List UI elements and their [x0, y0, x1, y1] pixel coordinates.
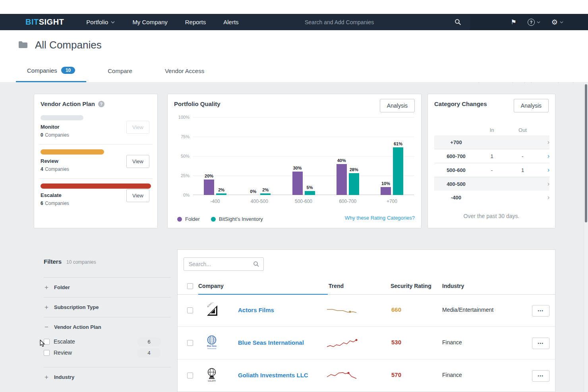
help-icon[interactable]: ?: [98, 101, 104, 107]
x-tick: -400: [193, 195, 237, 204]
table-body: actors films Actors Films 660 Media/Ente…: [178, 294, 555, 392]
chevron-right-icon: ›: [540, 181, 549, 187]
vap-review-item: Review 4 Companies View: [39, 144, 153, 178]
row-checkbox[interactable]: [187, 307, 193, 313]
column-trend[interactable]: Trend: [329, 283, 344, 289]
review-checkbox[interactable]: [44, 350, 50, 356]
bitsight-logo[interactable]: BITSIGHT: [25, 17, 64, 27]
portfolio-quality-analysis-button[interactable]: Analysis: [380, 99, 415, 112]
nav-alerts-label: Alerts: [223, 19, 238, 25]
filters-title: Filters: [44, 258, 62, 265]
chevron-right-icon: ›: [540, 167, 549, 173]
filter-option-review[interactable]: Review 4: [44, 347, 171, 358]
industry-value: Media/Entertainment: [442, 307, 493, 313]
category-row-400-500[interactable]: 400-500 ›: [434, 177, 549, 191]
escalate-bar: [41, 183, 151, 189]
chevron-down-icon: [537, 21, 540, 23]
rating-categories-link[interactable]: Why these Rating Categories?: [345, 215, 415, 221]
escalate-view-button[interactable]: View: [126, 189, 149, 202]
filter-group-folder-toggle[interactable]: + Folder: [44, 284, 171, 291]
category-changes-analysis-button[interactable]: Analysis: [514, 99, 549, 112]
y-tick: 0%: [183, 193, 190, 197]
scrollbar-thumb[interactable]: [585, 84, 587, 222]
search-icon[interactable]: [253, 261, 259, 267]
trend-sparkline: [325, 305, 359, 317]
inventory-legend-dot: [211, 217, 216, 222]
global-search-input[interactable]: [300, 19, 455, 26]
chart-group: 10% 61%: [370, 117, 414, 195]
monitor-bar: [41, 115, 83, 120]
settings-menu-button[interactable]: ⚙: [551, 18, 563, 27]
nav-my-company[interactable]: My Company: [132, 19, 167, 25]
category-row-600-700[interactable]: 600-700 1 - ›: [434, 149, 549, 163]
bar-value-label: 2%: [262, 187, 269, 192]
monitor-view-button[interactable]: View: [126, 121, 149, 134]
bar-value-label: 28%: [350, 167, 358, 172]
row-actions-button[interactable]: •••: [532, 338, 549, 349]
row-actions-button[interactable]: •••: [532, 305, 549, 317]
nav-alerts[interactable]: Alerts: [223, 19, 238, 25]
search-icon[interactable]: [455, 19, 461, 25]
inventory-bar: [393, 147, 403, 195]
filter-group-vap-toggle[interactable]: − Vendor Action Plan: [44, 324, 171, 330]
industry-value: Finance: [442, 339, 462, 346]
company-link[interactable]: Blue Seas International: [238, 339, 304, 346]
row-checkbox[interactable]: [187, 373, 193, 378]
filter-group-industry-toggle[interactable]: + Industry: [44, 374, 171, 380]
row-checkbox[interactable]: [187, 340, 193, 346]
portfolio-quality-chart: 100% 75% 50% 25% 0% 20% 2% 0% 2% 30% 5%: [193, 117, 414, 195]
tab-companies-label: Companies: [27, 67, 57, 74]
legend-folder-label: Folder: [185, 216, 200, 222]
row-actions-button[interactable]: •••: [532, 370, 549, 382]
category-row-500-600[interactable]: 500-600 - 1 ›: [434, 163, 549, 177]
vap-escalate-item: Escalate 6 Companies View: [39, 178, 153, 212]
review-count-suffix: Companies: [45, 166, 69, 172]
folder-bar: [292, 172, 303, 195]
tab-compare[interactable]: Compare: [97, 60, 143, 82]
portfolio-quality-card: Portfolio Quality Analysis 100% 75% 50% …: [167, 94, 422, 228]
plus-icon: +: [44, 304, 49, 311]
primary-nav: Portfolio My Company Reports Alerts: [86, 19, 238, 25]
company-link[interactable]: Actors Films: [238, 307, 274, 313]
select-all-checkbox[interactable]: [187, 283, 193, 289]
tab-companies[interactable]: Companies 10: [16, 60, 86, 82]
column-industry[interactable]: Industry: [442, 283, 464, 289]
filter-group-folder: + Folder: [44, 277, 171, 297]
column-company[interactable]: Company: [198, 283, 224, 289]
logo-bit: BIT: [25, 17, 39, 26]
x-tick: 500-600: [281, 195, 325, 204]
nav-reports[interactable]: Reports: [185, 19, 206, 25]
table-search-input[interactable]: [188, 261, 253, 268]
bitsight-app: BITSIGHT Portfolio My Company Reports Al…: [0, 0, 588, 392]
legend-inventory: BitSight's Inventory: [211, 216, 263, 222]
filter-option-escalate[interactable]: Escalate 6: [44, 336, 171, 347]
page-title: All Companies: [35, 39, 102, 51]
chevron-right-icon: ›: [540, 139, 549, 145]
companies-count-badge: 10: [61, 67, 75, 74]
tab-vendor-access[interactable]: Vendor Access: [154, 60, 215, 82]
svg-text:International: International: [207, 348, 216, 350]
category-row-400minus[interactable]: -400 ›: [434, 191, 549, 204]
bar-value-label: 20%: [205, 174, 213, 178]
help-icon: ?: [528, 19, 535, 26]
mouse-cursor: [40, 340, 45, 348]
review-bar: [41, 149, 104, 154]
folder-icon: [18, 41, 28, 48]
filter-group-subscription-toggle[interactable]: + Subscription Type: [44, 304, 171, 311]
table-search-box: [184, 257, 264, 271]
review-view-button[interactable]: View: [126, 155, 149, 168]
review-count-number: 4: [41, 166, 43, 172]
col-in-label: In: [478, 127, 506, 133]
nav-portfolio[interactable]: Portfolio: [86, 19, 115, 25]
plus-icon: +: [44, 374, 49, 380]
review-count-badge: 4: [137, 348, 161, 357]
chevron-right-icon: ›: [540, 194, 549, 201]
category-row-700plus[interactable]: +700 ›: [434, 135, 549, 149]
inventory-bar: [349, 173, 359, 195]
column-security-rating[interactable]: Security Rating: [391, 283, 431, 289]
minus-icon: −: [44, 324, 49, 330]
company-link[interactable]: Goliath Investments LLC: [238, 372, 308, 378]
help-menu-button[interactable]: ?: [528, 19, 540, 26]
flag-icon: ⚑: [511, 18, 516, 26]
flag-button[interactable]: ⚑: [511, 18, 516, 26]
